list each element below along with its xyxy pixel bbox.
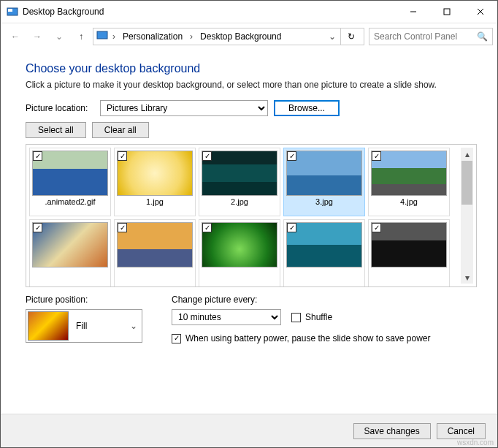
content: Choose your desktop background Click a p… [1,49,497,414]
scrollbar[interactable]: ▴ ▾ [461,148,473,284]
titlebar: Desktop Background [1,1,497,23]
thumbnail-grid: ✓.animated2.gif✓1.jpg✓2.jpg✓3.jpg✓4.jpg✓… [29,148,461,284]
picture-position-select[interactable]: Fill ⌄ [26,309,142,343]
thumb-image [32,222,108,267]
battery-checkbox[interactable]: ✓ When using battery power, pause the sl… [172,333,431,343]
window-title: Desktop Background [23,7,397,17]
scroll-down-button[interactable]: ▾ [461,271,473,284]
forward-button[interactable]: → [27,26,47,47]
cancel-button[interactable]: Cancel [437,423,486,439]
svg-rect-6 [97,31,107,39]
close-button[interactable] [464,1,497,23]
maximize-button[interactable] [430,1,464,23]
thumbnail-item[interactable]: ✓2.jpg [199,148,280,216]
thumb-checkbox[interactable]: ✓ [33,151,42,161]
thumb-image [286,222,362,267]
battery-label: When using battery power, pause the slid… [185,333,431,343]
thumb-image [117,151,193,196]
thumbnail-grid-container: ✓.animated2.gif✓1.jpg✓2.jpg✓3.jpg✓4.jpg✓… [26,144,477,287]
thumb-checkbox[interactable]: ✓ [202,151,212,161]
search-icon: 🔍 [477,31,488,42]
up-button[interactable]: ↑ [71,26,91,47]
thumb-caption: 4.jpg [371,197,447,206]
search-input[interactable]: Search Control Panel 🔍 [369,28,493,45]
thumb-checkbox[interactable]: ✓ [287,151,296,161]
control-panel-icon [96,29,108,43]
save-changes-button[interactable]: Save changes [353,423,431,439]
thumb-checkbox[interactable]: ✓ [33,223,42,232]
chevron-right-icon: › [111,31,117,42]
thumb-checkbox[interactable]: ✓ [118,223,127,232]
clear-all-button[interactable]: Clear all [92,122,149,138]
scroll-up-button[interactable]: ▴ [461,148,473,160]
thumbnail-item[interactable]: ✓4.jpg [368,148,450,216]
thumb-caption: .animated2.gif [32,197,108,206]
change-every-select[interactable]: 10 minutes [172,309,281,325]
back-button[interactable]: ← [5,26,26,47]
recent-dropdown[interactable]: ⌄ [49,26,69,47]
thumbnail-item[interactable]: ✓ [199,219,280,287]
thumb-image [32,151,108,196]
thumbnail-item[interactable]: ✓3.jpg [283,148,365,216]
thumbnail-item[interactable]: ✓ [29,219,111,287]
address-bar[interactable]: › Personalization › Desktop Background ⌄… [93,28,364,45]
thumb-caption: 1.jpg [117,197,193,206]
thumb-image [202,151,277,196]
window: Desktop Background ← → ⌄ ↑ › Personaliza… [0,0,498,448]
shuffle-checkbox[interactable]: Shuffle [291,312,332,322]
thumbnail-item[interactable]: ✓ [114,219,196,287]
watermark: wsxdn.com [457,438,494,447]
thumb-checkbox[interactable]: ✓ [287,223,296,232]
thumbnail-item[interactable]: ✓ [283,219,365,287]
picture-location-label: Picture location: [26,103,94,113]
history-dropdown[interactable]: ⌄ [327,31,337,42]
thumbnail-item[interactable]: ✓.animated2.gif [29,148,111,216]
picture-position-label: Picture position: [26,295,142,305]
thumb-checkbox[interactable]: ✓ [202,223,212,232]
chevron-right-icon: › [188,31,194,42]
minimize-button[interactable] [397,1,430,23]
change-every-label: Change picture every: [172,295,431,305]
search-placeholder: Search Control Panel [374,31,457,42]
shuffle-label: Shuffle [305,312,332,322]
thumb-checkbox[interactable]: ✓ [372,223,381,232]
svg-rect-3 [444,9,450,15]
breadcrumb-seg-0[interactable]: Personalization [120,31,185,42]
thumbnail-item[interactable]: ✓ [368,219,450,287]
checkbox-icon [291,313,301,322]
select-all-button[interactable]: Select all [26,122,86,138]
refresh-button[interactable]: ↻ [340,28,361,45]
picture-location-select[interactable]: Pictures Library [100,100,268,116]
thumb-image [286,151,362,196]
picture-position-value: Fill [69,321,127,331]
app-icon [7,6,18,18]
position-preview-icon [28,311,69,341]
thumb-caption: 3.jpg [286,197,362,206]
thumb-image [371,222,447,267]
chevron-down-icon: ⌄ [127,321,140,331]
thumb-caption: 2.jpg [202,197,277,206]
thumb-image [117,222,193,267]
page-description: Click a picture to make it your desktop … [26,80,477,90]
checkbox-icon: ✓ [172,334,181,343]
thumb-checkbox[interactable]: ✓ [372,151,381,161]
navbar: ← → ⌄ ↑ › Personalization › Desktop Back… [1,23,497,49]
browse-button[interactable]: Browse... [274,100,340,116]
scroll-thumb[interactable] [461,161,472,205]
svg-rect-1 [8,9,12,12]
footer: Save changes Cancel [1,414,497,447]
page-heading: Choose your desktop background [26,62,477,75]
thumb-image [371,151,447,196]
thumb-checkbox[interactable]: ✓ [118,151,127,161]
breadcrumb-seg-1[interactable]: Desktop Background [197,31,284,42]
thumbnail-item[interactable]: ✓1.jpg [114,148,196,216]
thumb-image [202,222,277,267]
